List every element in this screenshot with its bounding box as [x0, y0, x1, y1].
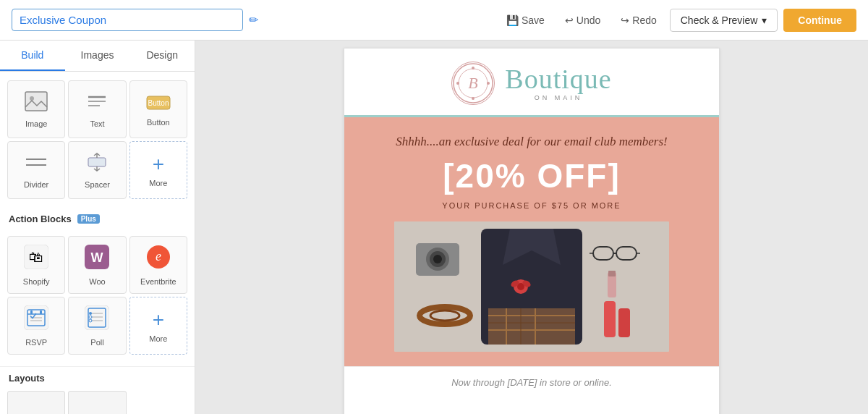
- tab-build[interactable]: Build: [0, 41, 65, 71]
- poll-icon: [85, 305, 109, 335]
- svg-rect-42: [488, 308, 575, 345]
- more-block-icon: +: [153, 153, 164, 176]
- coupon-tagline: Shhhh....an exclusive deal for our email…: [359, 135, 705, 149]
- campaign-title-input[interactable]: [12, 9, 243, 31]
- preview-area: B Boutique ON MAIN Shhhh....an exclusive…: [195, 41, 868, 414]
- email-header-section: B Boutique ON MAIN: [344, 48, 719, 117]
- sidebar: Build Images Design Image: [0, 41, 195, 414]
- eventbrite-icon: e: [146, 245, 171, 274]
- email-footer-section: Now through [DATE] in store or online.: [344, 366, 719, 398]
- coupon-discount: [20% OFF]: [359, 156, 705, 195]
- footer-text: Now through [DATE] in store or online.: [359, 377, 705, 388]
- svg-rect-19: [30, 310, 33, 314]
- divider-block-label: Divider: [24, 180, 48, 189]
- svg-point-35: [487, 82, 490, 85]
- plus-badge: Plus: [77, 214, 100, 224]
- spacer-block-icon: [85, 152, 109, 177]
- block-more-actions[interactable]: + More: [129, 297, 187, 355]
- block-poll[interactable]: Poll: [68, 297, 126, 355]
- svg-point-56: [433, 255, 442, 263]
- action-blocks-header: Action Blocks Plus: [0, 208, 195, 227]
- svg-text:🛍: 🛍: [29, 249, 43, 265]
- rsvp-icon: [24, 305, 48, 335]
- edit-icon[interactable]: ✏: [249, 13, 258, 27]
- chevron-down-icon: ▾: [762, 14, 767, 26]
- more-actions-icon: +: [153, 308, 164, 331]
- block-spacer[interactable]: Spacer: [68, 141, 126, 199]
- top-actions: 💾 Save ↩ Undo ↪ Redo Check & Preview ▾ C…: [499, 9, 856, 32]
- svg-point-36: [472, 97, 475, 100]
- layouts-label: Layouts: [9, 373, 45, 384]
- svg-rect-67: [608, 271, 616, 276]
- poll-label: Poll: [90, 338, 103, 347]
- redo-button[interactable]: ↪ Redo: [613, 10, 663, 30]
- block-shopify[interactable]: 🛍 Shopify: [7, 236, 65, 294]
- svg-rect-0: [25, 92, 47, 111]
- save-icon: 💾: [506, 14, 519, 26]
- brand-sub: ON MAIN: [505, 94, 611, 101]
- coupon-product-image: [394, 221, 669, 352]
- basic-blocks-grid: Image Text Button: [0, 72, 195, 208]
- text-block-label: Text: [90, 119, 104, 128]
- coupon-section: Shhhh....an exclusive deal for our email…: [344, 117, 719, 366]
- block-more[interactable]: + More: [129, 141, 187, 199]
- sidebar-tabs: Build Images Design: [0, 41, 195, 72]
- svg-point-34: [472, 67, 475, 69]
- brand-logo-circle: B: [451, 62, 495, 105]
- shopify-label: Shopify: [23, 277, 50, 286]
- layouts-section-header: Layouts: [0, 366, 195, 386]
- block-rsvp[interactable]: RSVP: [7, 297, 65, 355]
- spacer-block-label: Spacer: [85, 180, 110, 189]
- svg-rect-63: [618, 308, 630, 337]
- undo-icon: ↩: [565, 14, 574, 26]
- woo-label: Woo: [89, 277, 105, 286]
- svg-rect-9: [88, 158, 106, 166]
- block-divider[interactable]: Divider: [7, 141, 65, 199]
- button-block-icon: Button: [146, 93, 171, 115]
- divider-block-icon: [25, 152, 48, 177]
- shopify-icon: 🛍: [24, 245, 48, 274]
- block-eventbrite[interactable]: e Eventbrite: [129, 236, 187, 294]
- undo-button[interactable]: ↩ Undo: [558, 10, 608, 30]
- email-canvas: B Boutique ON MAIN Shhhh....an exclusive…: [344, 48, 720, 414]
- image-block-label: Image: [25, 119, 48, 128]
- main-layout: Build Images Design Image: [0, 41, 868, 414]
- block-text[interactable]: Text: [68, 80, 126, 138]
- block-button[interactable]: Button Button: [129, 80, 187, 138]
- more-actions-label: More: [149, 334, 167, 343]
- redo-icon: ↪: [621, 14, 629, 26]
- svg-text:e: e: [156, 249, 161, 263]
- block-image[interactable]: Image: [7, 80, 65, 138]
- top-bar: ✏ 💾 Save ↩ Undo ↪ Redo Check & Preview ▾…: [0, 0, 868, 41]
- brand-text: Boutique ON MAIN: [505, 65, 611, 101]
- svg-rect-20: [40, 310, 42, 314]
- text-block-icon: [85, 91, 109, 117]
- svg-point-28: [89, 312, 92, 315]
- check-preview-button[interactable]: Check & Preview ▾: [670, 9, 778, 32]
- svg-point-37: [456, 82, 459, 85]
- layout-item-1[interactable]: [7, 391, 65, 414]
- brand-name: Boutique: [505, 65, 611, 93]
- action-blocks-grid: 🛍 Shopify W Woo: [0, 227, 195, 363]
- svg-text:W: W: [91, 250, 103, 265]
- button-block-label: Button: [147, 118, 170, 127]
- layout-item-2[interactable]: [68, 391, 126, 414]
- tab-design[interactable]: Design: [129, 41, 195, 71]
- woo-icon: W: [85, 245, 109, 274]
- coupon-condition: YOUR PURCHASE OF $75 OR MORE: [359, 201, 705, 210]
- svg-text:Button: Button: [148, 99, 169, 107]
- svg-rect-62: [604, 301, 616, 337]
- svg-text:B: B: [469, 74, 478, 92]
- rsvp-label: RSVP: [25, 338, 47, 347]
- continue-button[interactable]: Continue: [783, 9, 856, 32]
- eventbrite-label: Eventbrite: [140, 277, 176, 286]
- layouts-grid: [0, 386, 195, 414]
- save-button[interactable]: 💾 Save: [499, 10, 552, 30]
- block-woo[interactable]: W Woo: [68, 236, 126, 294]
- tab-images[interactable]: Images: [65, 41, 130, 71]
- image-block-icon: [25, 91, 48, 117]
- action-blocks-label: Action Blocks: [9, 214, 72, 224]
- more-block-label: More: [149, 179, 167, 187]
